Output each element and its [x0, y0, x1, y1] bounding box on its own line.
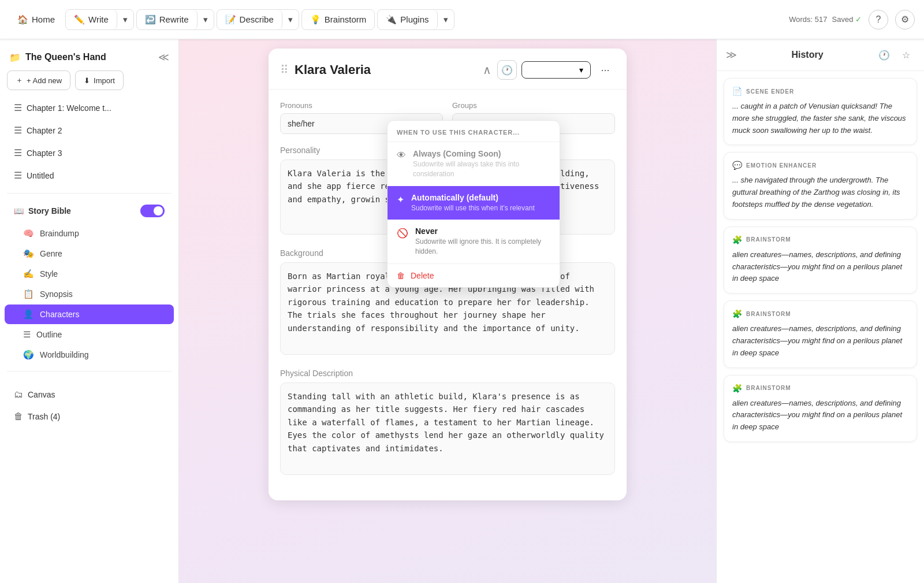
right-panel: ≫ History 🕐 ☆ 📄 SCENE ENDER ... caught i…	[716, 39, 924, 583]
right-panel-expand-button[interactable]: ≫	[726, 49, 737, 61]
dropdown-chevron-icon: ▾	[579, 65, 583, 75]
sidebar-item-characters[interactable]: 👤 Characters	[5, 305, 174, 324]
folder-icon: 📁	[9, 52, 21, 63]
sidebar-item-genre[interactable]: 🎭 Genre	[5, 244, 174, 263]
rewrite-button[interactable]: ↩️ Rewrite	[137, 10, 198, 29]
history-star-button[interactable]: ☆	[897, 46, 915, 64]
home-button[interactable]: 🏠 Home	[9, 10, 63, 29]
sidebar-item-synopsis[interactable]: 📋 Synopsis	[5, 284, 174, 304]
collapse-icon[interactable]: ∧	[483, 63, 491, 77]
dropdown-item-never[interactable]: 🚫 Never Sudowrite will ignore this. It i…	[388, 220, 560, 263]
canvas-icon: 🗂	[14, 389, 23, 400]
describe-dropdown-arrow[interactable]: ▾	[282, 10, 299, 29]
story-bible-title: 📖 Story Bible	[14, 206, 71, 216]
character-more-button[interactable]: ···	[595, 60, 615, 80]
history-card-type-emotion: 💬 EMOTION ENHANCER	[732, 161, 908, 170]
character-card-header: ⠿ Klara Valeria ∧ 🕐 ▾ ···	[269, 49, 627, 90]
settings-button[interactable]: ⚙	[895, 10, 915, 29]
history-card-brainstorm-3: 🧩 BRAINSTORM alien creatures—names, desc…	[724, 375, 917, 442]
import-button[interactable]: ⬇ Import	[75, 70, 124, 90]
rewrite-dropdown-arrow[interactable]: ▾	[198, 10, 214, 29]
sidebar-item-style[interactable]: ✍️ Style	[5, 264, 174, 284]
emotion-icon: 💬	[732, 161, 743, 170]
sidebar-item-chapter3[interactable]: ☰ Chapter 3	[5, 142, 174, 164]
history-panel-title: History	[744, 50, 871, 60]
story-bible-items: 🧠 Braindump 🎭 Genre ✍️ Style 📋 Synopsis …	[0, 224, 178, 365]
sidebar-item-braindump[interactable]: 🧠 Braindump	[5, 224, 174, 243]
story-bible-toggle[interactable]	[140, 205, 165, 217]
add-new-button[interactable]: ＋ + Add new	[7, 70, 70, 90]
sidebar-collapse-button[interactable]: ≪	[158, 51, 169, 64]
sidebar-item-canvas[interactable]: 🗂 Canvas	[5, 384, 174, 405]
help-button[interactable]: ?	[869, 10, 888, 29]
sidebar-item-trash[interactable]: 🗑 Trash (4)	[5, 406, 174, 427]
saved-status: Saved ✓	[832, 15, 862, 24]
write-dropdown-arrow[interactable]: ▾	[117, 10, 133, 29]
nav-right: Words: 517 Saved ✓ ? ⚙	[789, 10, 915, 29]
sidebar-item-worldbuilding[interactable]: 🌍 Worldbuilding	[5, 345, 174, 365]
plugins-button[interactable]: 🔌 Plugins	[378, 10, 437, 29]
words-saved-indicator: Words: 517 Saved ✓	[789, 15, 862, 24]
plugins-dropdown-arrow[interactable]: ▾	[438, 10, 454, 29]
sidebar-bottom: 🗂 Canvas 🗑 Trash (4)	[0, 384, 178, 428]
home-icon: 🏠	[17, 14, 28, 25]
brainstorm-button[interactable]: 💡 Brainstorm	[301, 9, 375, 30]
sidebar: 📁 The Queen's Hand ≪ ＋ + Add new ⬇ Impor…	[0, 39, 179, 583]
sidebar-actions: ＋ + Add new ⬇ Import	[0, 70, 178, 97]
outline-icon: ☰	[23, 329, 31, 340]
brainstorm-icon: 💡	[310, 14, 321, 25]
main-layout: 📁 The Queen's Hand ≪ ＋ + Add new ⬇ Impor…	[0, 39, 924, 583]
history-card-scene-ender: 📄 SCENE ENDER ... caught in a patch of V…	[724, 78, 917, 145]
synopsis-icon: 📋	[23, 289, 34, 299]
trash-icon: 🗑	[14, 411, 23, 422]
story-bible-section[interactable]: 📖 Story Bible	[5, 199, 174, 222]
dropdown-auto-content: Automatically (default) Sudowrite will u…	[411, 193, 550, 213]
dropdown-item-auto[interactable]: ✦ Automatically (default) Sudowrite will…	[388, 186, 560, 220]
character-name: Klara Valeria	[295, 62, 477, 77]
dropdown-delete-button[interactable]: 🗑 Delete	[388, 264, 560, 287]
describe-button-group: 📝 Describe ▾	[217, 9, 299, 30]
doc-icon: ☰	[14, 147, 22, 158]
trash-icon-small: 🗑	[397, 271, 405, 280]
history-card-text-brainstorm-3: alien creatures—names, descriptions, and…	[732, 398, 908, 433]
dropdown-item-always[interactable]: 👁 Always (Coming Soon) Sudowrite will al…	[388, 142, 560, 186]
history-card-text-emotion: ... she navigated through the undergrowt…	[732, 174, 908, 210]
braindump-icon: 🧠	[23, 228, 34, 239]
history-clock-button[interactable]: 🕐	[875, 46, 893, 64]
history-card-text-scene-ender: ... caught in a patch of Venusian quicks…	[732, 101, 908, 136]
describe-icon: 📝	[225, 14, 236, 25]
genre-icon: 🎭	[23, 248, 34, 259]
hidden-icon: 🚫	[397, 228, 408, 239]
sidebar-item-chapter1[interactable]: ☰ Chapter 1: Welcome t...	[5, 97, 174, 118]
drag-handle[interactable]: ⠿	[280, 63, 289, 77]
history-card-text-brainstorm-1: alien creatures—names, descriptions, and…	[732, 249, 908, 285]
physical-textarea[interactable]	[280, 383, 615, 475]
characters-icon: 👤	[23, 309, 34, 320]
dropdown-never-content: Never Sudowrite will ignore this. It is …	[415, 226, 550, 257]
physical-description-section: Physical Description	[280, 369, 615, 477]
brainstorm-2-icon: 🧩	[732, 309, 743, 318]
sidebar-item-outline[interactable]: ☰ Outline	[5, 325, 174, 344]
write-button-group: ✏️ Write ▾	[65, 9, 134, 30]
history-card-brainstorm-1: 🧩 BRAINSTORM alien creatures—names, desc…	[724, 226, 917, 294]
pen-icon: ✏️	[74, 14, 85, 25]
history-card-type-scene-ender: 📄 SCENE ENDER	[732, 87, 908, 96]
sidebar-item-untitled[interactable]: ☰ Untitled	[5, 165, 174, 186]
dropdown-always-content: Always (Coming Soon) Sudowrite will alwa…	[413, 149, 550, 179]
topnav: 🏠 Home ✏️ Write ▾ ↩️ Rewrite ▾ 📝 Describ…	[0, 0, 924, 39]
project-title: 📁 The Queen's Hand	[9, 52, 106, 63]
brainstorm-3-icon: 🧩	[732, 384, 743, 393]
history-panel-header: ≫ History 🕐 ☆	[717, 39, 924, 71]
history-card-brainstorm-2: 🧩 BRAINSTORM alien creatures—names, desc…	[724, 300, 917, 367]
write-button[interactable]: ✏️ Write	[66, 10, 117, 29]
sidebar-item-chapter2[interactable]: ☰ Chapter 2	[5, 120, 174, 141]
character-visibility-dropdown[interactable]: ▾	[521, 61, 591, 79]
brainstorm-1-icon: 🧩	[732, 235, 743, 244]
character-history-button[interactable]: 🕐	[497, 60, 517, 80]
describe-button[interactable]: 📝 Describe	[217, 10, 282, 29]
dropdown-header: WHEN TO USE THIS CHARACTER...	[388, 121, 560, 142]
rewrite-icon: ↩️	[145, 14, 156, 25]
doc-icon: ☰	[14, 102, 22, 113]
import-icon: ⬇	[84, 76, 90, 85]
character-header-actions: 🕐 ▾ ···	[497, 60, 615, 80]
